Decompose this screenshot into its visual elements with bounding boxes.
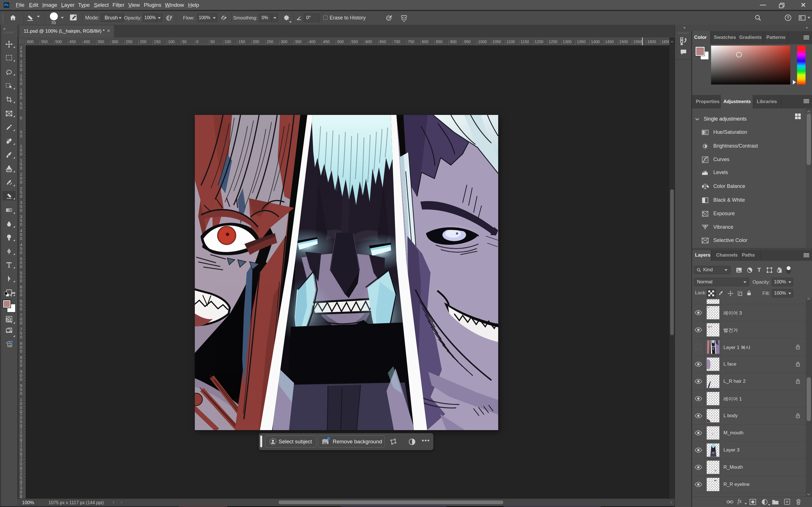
svg-text:250: 250: [267, 40, 273, 44]
svg-text:300: 300: [112, 40, 118, 44]
svg-text:0: 0: [20, 236, 22, 241]
svg-text:0: 0: [20, 134, 22, 138]
svg-text:0: 0: [20, 81, 22, 86]
svg-text:500: 500: [337, 40, 344, 44]
svg-text:0: 0: [20, 222, 22, 227]
svg-text:50: 50: [210, 40, 215, 44]
svg-text:1100: 1100: [506, 40, 515, 44]
svg-text:550: 550: [351, 40, 358, 44]
svg-text:100: 100: [224, 40, 231, 44]
svg-text:1550: 1550: [633, 40, 642, 44]
svg-text:400: 400: [84, 40, 90, 44]
svg-text:0: 0: [196, 40, 199, 44]
svg-text:0: 0: [20, 335, 22, 339]
svg-text:0: 0: [20, 116, 22, 120]
svg-text:500: 500: [55, 40, 62, 44]
svg-text:1500: 1500: [619, 40, 628, 44]
svg-text:1300: 1300: [563, 40, 571, 44]
svg-text:350: 350: [98, 40, 104, 44]
svg-text:100: 100: [168, 40, 175, 44]
svg-text:750: 750: [408, 40, 414, 44]
svg-text:0: 0: [20, 180, 22, 184]
svg-text:950: 950: [464, 40, 471, 44]
svg-text:800: 800: [422, 40, 428, 44]
svg-text:?: ?: [787, 15, 790, 20]
svg-text:0: 0: [20, 152, 22, 156]
svg-text:0: 0: [20, 208, 22, 213]
svg-text:400: 400: [309, 40, 316, 44]
svg-text:0: 0: [20, 106, 22, 110]
svg-text:1000: 1000: [478, 40, 487, 44]
svg-text:1250: 1250: [549, 40, 557, 44]
svg-text:1050: 1050: [492, 40, 501, 44]
svg-text:1: 1: [20, 496, 22, 499]
svg-text:150: 150: [154, 40, 161, 44]
svg-text:600: 600: [27, 40, 34, 44]
svg-text:1400: 1400: [591, 40, 600, 44]
svg-text:0: 0: [20, 265, 22, 269]
svg-text:900: 900: [450, 40, 457, 44]
svg-text:0: 0: [20, 307, 22, 311]
svg-text:1650: 1650: [661, 40, 669, 44]
svg-text:150: 150: [239, 40, 245, 44]
svg-text:0: 0: [20, 293, 22, 297]
svg-text:1350: 1350: [577, 40, 586, 44]
svg-text:550: 550: [41, 40, 48, 44]
svg-text:1600: 1600: [647, 40, 656, 44]
svg-text:0: 0: [20, 349, 22, 353]
svg-text:650: 650: [379, 40, 386, 44]
svg-text:0: 0: [20, 250, 22, 255]
svg-text:850: 850: [436, 40, 443, 44]
svg-text:200: 200: [253, 40, 259, 44]
svg-text:300: 300: [281, 40, 288, 44]
svg-text:0: 0: [20, 166, 22, 170]
svg-text:1200: 1200: [535, 40, 543, 44]
svg-text:50: 50: [182, 40, 187, 44]
svg-text:1150: 1150: [520, 40, 529, 44]
svg-text:0: 0: [20, 321, 22, 325]
svg-text:0: 0: [20, 67, 22, 72]
svg-text:1450: 1450: [605, 40, 614, 44]
svg-text:450: 450: [323, 40, 330, 44]
svg-text:600: 600: [365, 40, 372, 44]
svg-text:0: 0: [20, 391, 22, 396]
svg-text:700: 700: [394, 40, 400, 44]
svg-text:0: 0: [20, 194, 22, 199]
svg-text:0: 0: [20, 96, 22, 100]
svg-text:0: 0: [20, 53, 22, 58]
svg-text:250: 250: [126, 40, 133, 44]
svg-text:200: 200: [140, 40, 147, 44]
svg-text:450: 450: [69, 40, 76, 44]
svg-text:0: 0: [20, 279, 22, 283]
svg-text:0: 0: [20, 377, 22, 382]
svg-text:0: 0: [20, 363, 22, 368]
svg-text:350: 350: [295, 40, 302, 44]
